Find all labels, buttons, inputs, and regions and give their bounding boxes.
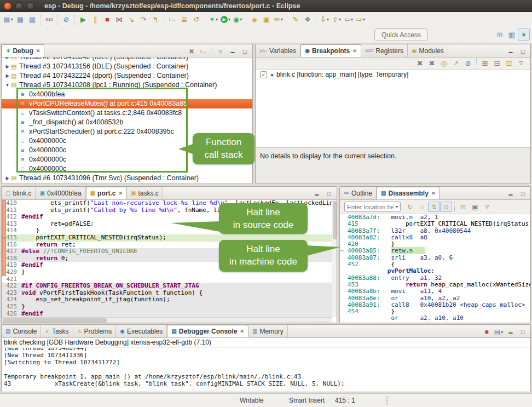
- save-icon[interactable]: ▦: [14, 14, 26, 26]
- instruction-stepping-icon[interactable]: i→: [198, 46, 210, 57]
- debug-icon[interactable]: ✶▾: [207, 14, 219, 26]
- close-tab-icon[interactable]: ✕: [118, 191, 123, 196]
- suspend-icon[interactable]: ∥: [89, 14, 101, 26]
- window-maximize-button[interactable]: [27, 2, 34, 10]
- tab-breakpoints[interactable]: ◉Breakpoints✕: [300, 44, 361, 57]
- tab-problems[interactable]: ⚠Problems: [73, 325, 117, 337]
- code-line-424[interactable]: 424 esp_set_breakpoint_if_jtag(function)…: [2, 296, 332, 303]
- close-tab-icon[interactable]: ✕: [431, 191, 436, 196]
- last-edit-location-icon[interactable]: ⇩▾: [319, 14, 331, 26]
- search-icon[interactable]: ✏▾: [273, 14, 285, 26]
- window-minimize-button[interactable]: [15, 2, 23, 10]
- show-console-when-stdout-icon[interactable]: ≣: [178, 14, 190, 26]
- new-view-icon[interactable]: ⊡: [457, 202, 469, 212]
- go-to-last-edit-icon[interactable]: ⇧▾: [331, 14, 343, 26]
- stack-frame-row[interactable]: ≡vTaskSwitchContext() at tasks.c:2,846 0…: [2, 108, 252, 118]
- minimize-icon[interactable]: ▬: [505, 46, 517, 57]
- code-line-425[interactable]: 425}: [2, 303, 332, 311]
- breakpoints-list[interactable]: ✓ ● blink.c [function: app_main] [type: …: [256, 70, 530, 147]
- location-input[interactable]: [345, 204, 393, 210]
- reset-target-icon[interactable]: ↺: [190, 14, 203, 26]
- close-tab-icon[interactable]: ✕: [36, 48, 41, 54]
- close-tab-icon[interactable]: ✕: [240, 329, 244, 334]
- minimize-icon[interactable]: ▬: [311, 188, 323, 199]
- view-menu-icon[interactable]: ▽: [215, 46, 227, 57]
- tab-console[interactable]: ▤Console: [2, 325, 41, 337]
- stack-frame-row[interactable]: ≡_frxt_dispatch() at 0x4008532b: [2, 118, 252, 127]
- view-menu-icon[interactable]: ▽: [481, 202, 493, 212]
- resume-icon[interactable]: ▶: [77, 14, 89, 26]
- remove-all-breakpoints-icon[interactable]: ✖: [426, 58, 438, 68]
- step-return-icon[interactable]: ↰: [149, 14, 161, 26]
- tab-tasks-c[interactable]: ▣tasks.c: [127, 187, 163, 199]
- skip-all-breakpoints-icon[interactable]: ⊘: [462, 58, 474, 68]
- disassembly-line[interactable]: or a2, a10, a10: [348, 315, 530, 322]
- tab-0x4000bfea[interactable]: ▣0x4000bfea: [36, 187, 85, 199]
- view-menu-icon[interactable]: ▽: [515, 58, 527, 68]
- terminate-icon[interactable]: ■: [101, 14, 113, 26]
- collapse-all-icon[interactable]: ⊟: [491, 58, 503, 68]
- code-line-426[interactable]: 426#endif: [2, 311, 332, 318]
- location-dropdown-icon[interactable]: ▾: [393, 204, 400, 209]
- thread-row[interactable]: ▶▤Thread #6 1073431096 (Tmr Svc) (Suspen…: [2, 174, 252, 183]
- minimize-icon[interactable]: ▬: [505, 326, 517, 337]
- tab-debugger-console[interactable]: ▤Debugger Console✕: [167, 325, 248, 337]
- goto-breakpoint-file-icon[interactable]: ↗: [450, 58, 462, 68]
- breakpoint-checkbox[interactable]: ✓: [260, 71, 267, 78]
- sync-with-stack-icon[interactable]: ⇅: [428, 202, 440, 212]
- forward-icon[interactable]: ⇨▾: [355, 14, 367, 26]
- save-all-icon[interactable]: ▩: [26, 14, 38, 26]
- tab-blink-c[interactable]: ▢blink.c: [2, 187, 36, 199]
- console-output[interactable]: [New Thread 1073468744][New Thread 10734…: [2, 347, 530, 392]
- maximize-icon[interactable]: □: [517, 326, 529, 337]
- open-resource-icon[interactable]: ▣: [261, 14, 273, 26]
- binary-icon[interactable]: 010: [43, 14, 55, 26]
- terminate-icon[interactable]: ■: [481, 326, 493, 337]
- back-icon[interactable]: ⇦▾: [343, 14, 355, 26]
- close-tab-icon[interactable]: ✕: [352, 48, 357, 54]
- expand-all-icon[interactable]: ⊞: [479, 58, 491, 68]
- tab-disassembly[interactable]: ▤Disassembly✕: [377, 187, 440, 199]
- editor-vertical-scrollbar[interactable]: [332, 200, 337, 317]
- location-combo[interactable]: ▾: [344, 202, 401, 212]
- tab-modules[interactable]: ▣Modules: [408, 44, 448, 57]
- tab-memory[interactable]: ▥Memory: [248, 325, 288, 337]
- stack-frame-row[interactable]: ≡vPortCPUReleaseMutex() at port.c:415 0x…: [2, 99, 252, 108]
- open-perspective-icon[interactable]: ⊞: [494, 28, 506, 41]
- home-icon[interactable]: ⌂: [416, 202, 428, 212]
- step-over-icon[interactable]: ↷: [137, 14, 149, 26]
- run-icon[interactable]: ▶▾: [219, 14, 232, 26]
- tab-tasks[interactable]: ✓Tasks: [41, 325, 73, 337]
- step-into-icon[interactable]: ↘: [125, 14, 137, 26]
- show-breakpoints-for-icon[interactable]: ◎: [438, 58, 450, 68]
- maximize-icon[interactable]: □: [517, 188, 529, 199]
- minimize-icon[interactable]: ▬: [227, 46, 239, 57]
- new-icon[interactable]: ▤▾: [2, 14, 14, 26]
- tree-expander-icon[interactable]: ▶: [4, 174, 11, 183]
- display-selected-console-icon[interactable]: ▤▾: [493, 326, 505, 337]
- window-close-button[interactable]: [4, 2, 11, 10]
- thread-row[interactable]: ▶▤Thread #3 1073413156 (IDLE) (Suspended…: [2, 62, 252, 71]
- debug-call-stack-tree[interactable]: ▶▤Thread #2 1073413542 (IDLE) (Suspended…: [2, 58, 252, 184]
- annotations-icon[interactable]: ❖: [302, 14, 314, 26]
- stack-frame-row[interactable]: ≡0x4000bfea: [2, 90, 252, 99]
- tab-registers[interactable]: 1010Registers: [361, 44, 408, 57]
- tree-expander-icon[interactable]: ▶: [4, 71, 11, 81]
- pin-view-icon[interactable]: ▣: [469, 202, 481, 212]
- remove-all-terminated-icon[interactable]: ✖: [186, 46, 198, 57]
- tab-outline[interactable]: ≔Outline: [340, 187, 377, 199]
- open-element-icon[interactable]: ◈: [248, 14, 261, 26]
- mark-occurrences-icon[interactable]: ✎: [290, 14, 302, 26]
- tree-expander-icon[interactable]: ▶: [4, 62, 11, 71]
- instruction-stepping-icon[interactable]: i→: [166, 14, 178, 26]
- tab-port-c[interactable]: ▣port.c✕: [86, 187, 127, 199]
- breakpoint-item[interactable]: ✓ ● blink.c [function: app_main] [type: …: [256, 70, 530, 79]
- maximize-icon[interactable]: □: [239, 46, 251, 57]
- editor-horizontal-scrollbar[interactable]: [2, 317, 332, 323]
- track-expression-icon[interactable]: ⊙: [440, 202, 452, 212]
- tree-expander-icon[interactable]: ▼: [4, 81, 11, 90]
- profile-icon[interactable]: ◉▾: [232, 14, 244, 26]
- quick-access-button[interactable]: Quick Access: [374, 28, 428, 41]
- maximize-icon[interactable]: □: [517, 46, 529, 57]
- minimize-icon[interactable]: ▬: [505, 188, 517, 199]
